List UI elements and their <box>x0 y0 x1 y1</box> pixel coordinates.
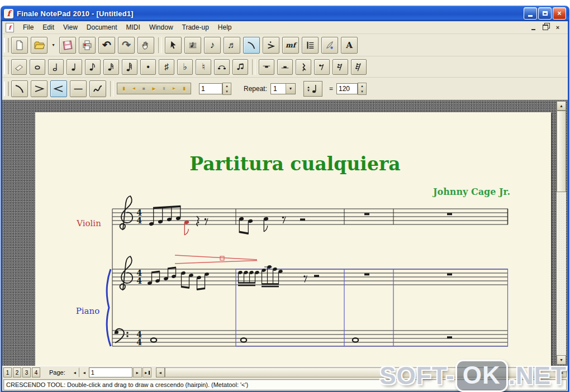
pause-button[interactable]: ‖ <box>159 84 169 93</box>
quarter-rest-button[interactable] <box>296 59 311 75</box>
tempo-field[interactable] <box>336 83 358 94</box>
next-page-button[interactable]: ► <box>133 367 142 377</box>
vertical-scrollbar-thumb[interactable] <box>557 111 566 192</box>
staff-set-button-1[interactable]: 1 <box>3 367 12 377</box>
save-button[interactable] <box>59 37 76 54</box>
open-dropdown-button[interactable]: ▾ <box>50 37 56 54</box>
whole-note-button[interactable] <box>30 59 45 75</box>
eighth-rest-button[interactable] <box>314 59 330 75</box>
text-tool-button[interactable]: A <box>341 37 358 54</box>
selected-hairpin[interactable] <box>175 255 257 264</box>
sixteenth-rest-button[interactable] <box>332 59 348 75</box>
half-note-button[interactable] <box>48 59 64 75</box>
minimize-button[interactable] <box>524 7 537 20</box>
toolbar-grip[interactable] <box>4 82 9 96</box>
piano-treble-whole-rest-m3[interactable] <box>364 274 369 276</box>
glissando-button[interactable] <box>89 80 106 97</box>
hand-grabber-button[interactable] <box>137 37 154 54</box>
scroll-left-button[interactable]: ◄ <box>156 367 165 377</box>
redo-button[interactable]: ↷ <box>118 37 135 54</box>
toolbar-grip[interactable] <box>4 60 9 74</box>
staff-set-button-2[interactable]: 2 <box>13 367 21 377</box>
vertical-scrollbar[interactable]: ▲ ▼ <box>557 101 566 365</box>
menu-view[interactable]: View <box>59 22 82 32</box>
print-button[interactable] <box>79 37 96 54</box>
mdi-minimize-button[interactable] <box>529 23 538 31</box>
page-number-input[interactable] <box>89 367 132 377</box>
measure-number-field[interactable] <box>199 83 222 94</box>
menu-file[interactable]: File <box>18 22 38 32</box>
lyrics-tool-button[interactable] <box>321 37 338 54</box>
piano-treble-whole-rest-m4[interactable] <box>447 274 452 276</box>
tempo-note-button[interactable]: ▲▼ <box>303 81 322 97</box>
violin-whole-rest-m3[interactable] <box>364 213 369 216</box>
maximize-button[interactable] <box>538 7 552 20</box>
thirty-second-rest-button[interactable] <box>351 59 367 75</box>
whole-rest-button[interactable] <box>259 59 274 75</box>
repeat-tool-button[interactable] <box>302 37 319 54</box>
tuplet-tool-button[interactable]: ♬ <box>224 37 240 54</box>
beamed-notes-icon: ♬ <box>227 40 236 50</box>
measure-spinner[interactable]: ▲▼ <box>222 83 231 95</box>
close-button[interactable]: × <box>553 7 566 20</box>
eighth-note-button[interactable] <box>85 59 101 75</box>
crescendo-button[interactable] <box>50 80 67 97</box>
forward-button[interactable]: ► <box>169 84 179 93</box>
go-to-start-button[interactable]: ▮ <box>119 84 129 93</box>
menu-window[interactable]: Window <box>145 22 178 32</box>
menu-trade-up[interactable]: Trade-up <box>178 22 213 32</box>
augmentation-dot-button[interactable]: • <box>140 59 156 75</box>
piano-bass-notes[interactable] <box>151 336 452 342</box>
flat-button[interactable]: ♭ <box>177 59 193 75</box>
line-button[interactable]: — <box>70 80 87 97</box>
go-to-end-button[interactable]: ▮ <box>179 84 189 93</box>
score-page[interactable]: Partitura cualquiera Johnny Cage Jr. Vio… <box>35 112 551 366</box>
sharp-button[interactable]: ♯ <box>159 59 174 75</box>
smart-shape-tool-button[interactable] <box>243 37 260 54</box>
sixteenth-note-button[interactable] <box>103 59 119 75</box>
staff-set-button-4[interactable]: 4 <box>32 367 40 377</box>
staff-set-button-3[interactable]: 3 <box>22 367 31 377</box>
play-button[interactable]: ► <box>149 84 159 93</box>
grace-note-button[interactable] <box>232 59 248 75</box>
menu-edit[interactable]: Edit <box>38 22 59 32</box>
title-bar[interactable]: f Finale NotePad 2010 - [Untitled1] × <box>1 6 569 21</box>
hairpin-handle[interactable] <box>220 256 224 260</box>
toolbar-grip[interactable] <box>4 38 9 52</box>
previous-page-button[interactable]: ◄ <box>80 367 89 377</box>
violin-whole-rest-m4[interactable] <box>447 213 452 216</box>
last-page-button[interactable]: ► <box>142 367 151 377</box>
mdi-restore-button[interactable] <box>541 23 550 31</box>
repeat-dropdown[interactable]: 1 ▼ <box>270 83 296 94</box>
half-rest-button[interactable] <box>277 59 293 75</box>
slur-button[interactable] <box>11 80 28 97</box>
menu-midi[interactable]: MIDI <box>122 22 145 32</box>
stop-button[interactable]: ■ <box>139 84 149 93</box>
scroll-up-button[interactable]: ▲ <box>557 101 566 111</box>
quarter-note-button[interactable] <box>66 59 82 75</box>
open-button[interactable] <box>31 37 48 54</box>
menu-help[interactable]: Help <box>213 22 236 32</box>
watermark-ok-badge: OK <box>455 360 508 392</box>
articulation-tool-button[interactable] <box>263 37 279 54</box>
violin-notes-m2[interactable] <box>239 217 305 234</box>
menu-document[interactable]: Document <box>82 22 122 32</box>
staff-tool-button[interactable] <box>184 37 201 54</box>
rewind-button[interactable]: ◄ <box>129 84 139 93</box>
simple-entry-tool-button[interactable]: ♪ <box>204 37 221 54</box>
expression-tool-button[interactable]: mf <box>282 37 299 54</box>
tie-button[interactable] <box>214 59 230 75</box>
undo-button[interactable]: ↶ <box>98 37 115 54</box>
eraser-button[interactable] <box>11 59 27 75</box>
document-icon[interactable]: f <box>6 23 14 32</box>
mdi-close-button[interactable]: × <box>553 23 562 31</box>
piano-treble-notes-m2[interactable] <box>238 265 319 286</box>
first-page-button[interactable]: ◄ <box>70 367 79 377</box>
piano-treble-notes-m1[interactable] <box>147 267 209 290</box>
new-button[interactable] <box>11 37 28 54</box>
decrescendo-button[interactable] <box>31 80 48 97</box>
natural-button[interactable]: ♮ <box>196 59 211 75</box>
tempo-spinner[interactable]: ▲▼ <box>358 83 367 95</box>
selection-tool-button[interactable] <box>165 37 182 54</box>
thirty-second-note-button[interactable] <box>122 59 137 75</box>
